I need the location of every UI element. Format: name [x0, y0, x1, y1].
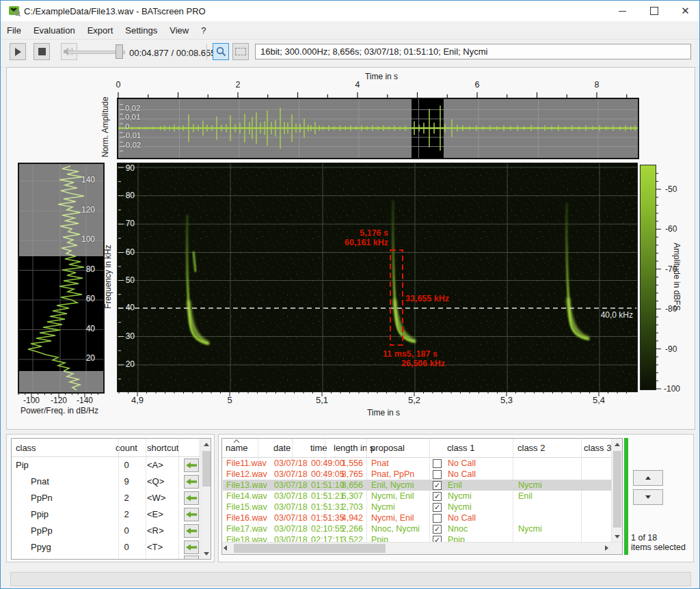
file-vscroll-thumb[interactable]: [613, 451, 621, 528]
menu-bar: File Evaluation Export Settings View ?: [1, 21, 699, 39]
file-table-row[interactable]: File18.wav 03/07/18 02:17:11 3,522 Ppip …: [223, 534, 611, 542]
file-header-length[interactable]: length in s: [334, 443, 374, 453]
class-scroll-up[interactable]: [201, 439, 211, 450]
class-table-rows: Pip 0 <A> Pnat 9 <Q> PpPn 2 <W> Ppip 2: [12, 457, 200, 556]
file-date-cell: 03/07/18: [274, 513, 308, 523]
menu-export[interactable]: Export: [81, 23, 120, 38]
class-scroll-down[interactable]: [201, 548, 211, 559]
class-table-row[interactable]: Ppip 2 <E>: [12, 506, 200, 523]
file-header-class1[interactable]: class 1: [447, 443, 474, 453]
position-slider-handle[interactable]: [116, 44, 123, 59]
sg-tick-90: 90: [118, 163, 135, 173]
file-table-row[interactable]: File16.wav 03/07/18 01:51:35 4,942 Nycmi…: [223, 512, 611, 523]
file-name-cell: File17.wav: [226, 524, 267, 534]
file-date-cell: 03/07/18: [274, 524, 308, 534]
menu-view[interactable]: View: [163, 23, 195, 38]
spectrogram-y-axis-label: Frequency in kHz: [103, 239, 113, 314]
file-scroll-left[interactable]: [224, 545, 227, 551]
class-table-row[interactable]: Ppyg 0 <T>: [12, 539, 200, 556]
class1-checkbox[interactable]: ✓: [433, 481, 442, 490]
assign-class-button[interactable]: [184, 458, 199, 472]
class-header-count[interactable]: count: [113, 443, 140, 453]
file-table-row[interactable]: File12.wav 03/07/18 00:49:05 8,765 Pnat,…: [223, 469, 611, 480]
stop-button[interactable]: [33, 43, 50, 60]
file-scroll-up[interactable]: [612, 439, 623, 450]
class-table-row[interactable]: Pnat 9 <Q>: [12, 474, 200, 490]
file-proposal-cell: Nycmi: [371, 502, 395, 512]
file-name-cell: File12.wav: [226, 469, 267, 479]
pp-tick-60: 60: [76, 294, 95, 303]
menu-evaluation[interactable]: Evaluation: [27, 23, 81, 38]
file-date-cell: 03/07/18: [274, 469, 308, 479]
class-row-partial: [184, 556, 199, 560]
class-name-cell: PpPn: [31, 493, 53, 503]
class1-checkbox[interactable]: ✓: [433, 536, 442, 542]
assign-class-button[interactable]: [184, 475, 199, 489]
amp-tick-002: 0,02: [125, 104, 140, 112]
file-header-class3[interactable]: class 3: [584, 443, 611, 453]
amp-tick-m001: -0,01: [123, 131, 141, 139]
sg-x-50: 5: [216, 395, 243, 405]
file-header-class2[interactable]: class 2: [517, 443, 545, 453]
class-scroll-thumb[interactable]: [202, 451, 211, 487]
cb-m100: -100: [664, 384, 680, 394]
file-table-row[interactable]: File15.wav 03/07/18 01:51:31 2,703 Nycmi…: [223, 502, 611, 512]
title-bar[interactable]: C:/ExampleData/File13.wav - BATscreen PR…: [1, 1, 699, 21]
class1-checkbox[interactable]: [433, 470, 442, 479]
zoom-select-button[interactable]: [213, 43, 229, 60]
close-button[interactable]: ✕: [670, 1, 700, 21]
class-panel: class count shortcut Pip 0 <A> Pnat 9 <Q…: [6, 434, 215, 562]
class1-checkbox[interactable]: [433, 459, 442, 468]
file-class1-cell: Nycmi: [448, 502, 472, 512]
file-scroll-down[interactable]: [612, 531, 623, 542]
toolbar: 00:04.877 / 00:08.655 16bit; 300.000Hz; …: [1, 39, 699, 68]
file-table-vscrollbar[interactable]: [611, 439, 623, 542]
next-file-button[interactable]: [633, 489, 663, 505]
play-button[interactable]: [10, 43, 26, 60]
class-table-scrollbar[interactable]: [200, 439, 211, 560]
assign-class-button[interactable]: [184, 524, 199, 538]
maximize-button[interactable]: [638, 1, 669, 21]
previous-file-button[interactable]: [633, 470, 663, 486]
file-table-row[interactable]: File11.wav 03/07/18 00:49:00 1,556 Pnat …: [223, 458, 611, 469]
waveform-plot[interactable]: [117, 98, 639, 159]
file-hscroll-thumb[interactable]: [234, 544, 386, 553]
down-arrow-icon: [645, 495, 651, 499]
file-table-row[interactable]: File13.wav 03/07/18 01:51:10 8,656 Enil,…: [223, 480, 611, 491]
power-axis-label: Power/Freq. in dB/Hz: [13, 406, 106, 415]
file-info-field[interactable]: 16bit; 300.000Hz; 8,656s; 03/07/18; 01:5…: [255, 44, 691, 59]
cb-m50: -50: [665, 184, 677, 194]
class1-checkbox[interactable]: [433, 514, 442, 523]
file-header-name[interactable]: name: [226, 443, 248, 453]
class-table-row[interactable]: PpPp 0 <R>: [12, 523, 200, 539]
menu-help[interactable]: ?: [195, 23, 212, 38]
file-proposal-cell: Nycmi, Enil: [371, 491, 414, 501]
cb-m60: -60: [665, 224, 677, 234]
file-scroll-right[interactable]: [605, 545, 608, 551]
class1-checkbox[interactable]: ✓: [433, 503, 442, 512]
file-table-row[interactable]: File17.wav 03/07/18 02:10:55 2,266 Nnoc,…: [223, 523, 611, 534]
assign-class-button[interactable]: [184, 540, 199, 554]
file-header-date[interactable]: date: [273, 443, 291, 453]
class1-checkbox[interactable]: ✓: [433, 492, 442, 501]
file-date-cell: 03/07/18: [274, 535, 308, 542]
file-header-proposal[interactable]: proposal: [371, 443, 405, 453]
class-table-row[interactable]: PpPn 2 <W>: [12, 490, 200, 506]
class-header-class[interactable]: class: [16, 443, 36, 453]
class-header-shortcut[interactable]: shortcut: [147, 443, 178, 453]
sg-tick-80: 80: [118, 191, 135, 200]
green-left-arrow-icon: [186, 528, 197, 534]
selection-rect-button[interactable]: [232, 43, 249, 60]
menu-settings[interactable]: Settings: [119, 23, 163, 38]
sg-tick-70: 70: [118, 219, 135, 228]
minimize-button[interactable]: [607, 1, 638, 21]
file-table-row[interactable]: File14.wav 03/07/18 01:51:21 6,307 Nycmi…: [223, 491, 611, 502]
class1-checkbox[interactable]: ✓: [433, 525, 442, 534]
menu-file[interactable]: File: [1, 23, 27, 38]
class-table-row[interactable]: Pip 0 <A>: [12, 457, 200, 474]
file-table-hscrollbar[interactable]: [222, 542, 622, 554]
spectrogram-plot[interactable]: [117, 163, 638, 392]
assign-class-button[interactable]: [184, 508, 199, 521]
assign-class-button[interactable]: [184, 491, 199, 505]
amp-tick-001: 0,01: [125, 113, 140, 121]
